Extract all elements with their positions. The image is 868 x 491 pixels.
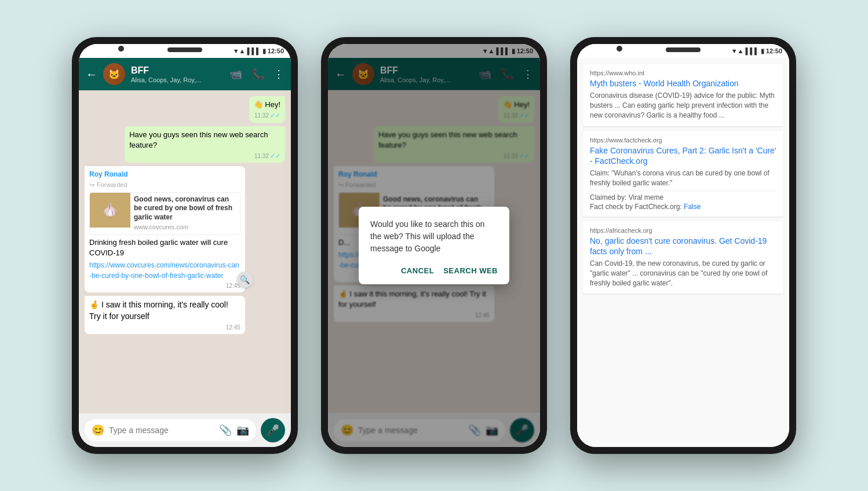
bubble-time-roy-1: 12:45 — [89, 282, 240, 290]
result-snippet-1: Coronavirus disease (COVID-19) advice fo… — [590, 91, 776, 120]
battery-icon-3: ▮ — [761, 47, 764, 55]
phone-speaker-1 — [167, 47, 202, 52]
chat-header-1: ← 🐱 BFF Alisa, Coops, Jay, Roy,... 📹 📞 ⋮ — [79, 58, 291, 90]
result-title-3[interactable]: No, garlic doesn't cure coronavirus. Get… — [590, 236, 776, 257]
avatar-1: 🐱 — [103, 63, 125, 85]
phone-3: ▼▲ ▌▌▌ ▮ 12:50 https://www.who.int Myth … — [570, 37, 796, 454]
message-row-hey-1: 👋 Hey! 11:32 ✓✓ — [85, 96, 285, 123]
chat-area-1: 👋 Hey! 11:32 ✓✓ Have you guys seen this … — [79, 90, 291, 413]
factcheck-link-2[interactable]: False — [684, 203, 701, 211]
forward-arrow-icon-1: ↪ — [89, 181, 94, 189]
check-marks-2: ✓✓ — [270, 152, 280, 160]
phone-2: ▼▲ ▌▌▌ ▮ 12:50 ← 🐱 BFF Alisa, Coops, Jay… — [321, 37, 547, 454]
bubble-time-search-1: 11:32 ✓✓ — [129, 152, 280, 160]
message-input-1[interactable] — [109, 426, 214, 435]
result-claimed-2: Claimed by: Viral meme — [590, 193, 776, 201]
header-action-icons-1: 📹 📞 ⋮ — [229, 68, 284, 80]
link-card-image-1: 🧄 — [90, 193, 130, 228]
battery-icon-1: ▮ — [262, 47, 266, 55]
time-1: 12:50 — [268, 47, 284, 54]
link-card-text-1: Good news, coronavirus can be cured by o… — [130, 193, 240, 234]
group-members-1: Alisa, Coops, Jay, Roy,... — [131, 76, 224, 83]
link-card-title-1: Good news, coronavirus can be cured by o… — [134, 195, 236, 222]
link-card-domain-1: www.covcures.com — [134, 223, 236, 232]
wifi-icon-3: ▼▲ — [731, 47, 744, 54]
result-url-1: https://www.who.int — [590, 69, 776, 76]
result-card-2[interactable]: https://www.factcheck.org Fake Coronavir… — [583, 131, 783, 217]
forwarded-label-1: ↪ Forwarded — [89, 181, 240, 189]
result-title-1[interactable]: Myth busters - World Health Organization — [590, 78, 776, 89]
result-factcheck-2: Fact check by FactCheck.org: False — [590, 203, 776, 211]
search-dialog: Would you like to search this on the web… — [359, 207, 509, 284]
msg-text-cool-1: 🤞 I saw it this morning, it's really coo… — [89, 299, 240, 322]
link-url-1[interactable]: https://www.covcures.com/news/coronaviru… — [89, 261, 239, 280]
group-name-1: BFF — [131, 65, 224, 76]
header-info-1: BFF Alisa, Coops, Jay, Roy,... — [131, 65, 224, 83]
result-snippet-2: Claim: "Wuhan's corona virus can be cure… — [590, 168, 776, 188]
camera-icon-1[interactable]: 📷 — [236, 424, 249, 437]
message-row-search-q-1: Have you guys seen this new web search f… — [85, 126, 285, 163]
input-wrap-1: 😊 📎 📷 — [85, 419, 256, 441]
signal-icon-1: ▌▌▌ — [247, 47, 260, 54]
bubble-hey-1: 👋 Hey! 11:32 ✓✓ — [249, 96, 285, 123]
msg-body-text-1: Drinking fresh boiled garlic water will … — [89, 237, 240, 258]
check-marks-1: ✓✓ — [270, 111, 280, 120]
result-divider-2 — [590, 190, 776, 191]
bubble-search-q-1: Have you guys seen this new web search f… — [125, 126, 285, 163]
wifi-icon-1: ▼▲ — [233, 47, 246, 54]
message-row-roy-1: Roy Ronald ↪ Forwarded 🧄 Good news, coro… — [85, 166, 285, 292]
status-icons-3: ▼▲ ▌▌▌ ▮ 12:50 — [731, 47, 782, 55]
cancel-button[interactable]: CANCEL — [401, 264, 434, 277]
more-options-icon-1[interactable]: ⋮ — [273, 68, 284, 80]
bubble-time-hey-1: 11:32 ✓✓ — [254, 111, 280, 120]
msg-text-hey-1: 👋 Hey! — [254, 100, 280, 110]
call-icon-1[interactable]: 📞 — [251, 68, 264, 80]
sender-name-1: Roy Ronald — [89, 170, 240, 179]
result-url-3: https://africacheck.org — [590, 227, 776, 234]
back-button-1[interactable]: ← — [86, 68, 97, 81]
link-card-1: 🧄 Good news, coronavirus can be cured by… — [89, 192, 240, 235]
search-web-button[interactable]: SEARCH WEB — [443, 264, 498, 277]
phone-camera-3 — [617, 46, 622, 52]
emoji-icon-1[interactable]: 😊 — [92, 424, 104, 437]
phone-1: ▼▲ ▌▌▌ ▮ 12:50 ← 🐱 BFF Alisa, Coops, Jay… — [72, 37, 298, 454]
input-bar-1: 😊 📎 📷 🎤 — [79, 413, 291, 447]
result-url-2: https://www.factcheck.org — [590, 137, 776, 144]
mic-button-1[interactable]: 🎤 — [261, 418, 285, 442]
bubble-time-cool-1: 12:45 — [89, 324, 240, 332]
status-icons-1: ▼▲ ▌▌▌ ▮ 12:50 — [233, 47, 284, 55]
message-row-cool-1: 🤞 I saw it this morning, it's really coo… — [85, 296, 285, 334]
search-results-area: https://www.who.int Myth busters - World… — [577, 58, 789, 447]
result-title-2[interactable]: Fake Coronavirus Cures, Part 2: Garlic I… — [590, 145, 776, 166]
signal-icon-3: ▌▌▌ — [745, 47, 758, 54]
result-card-1[interactable]: https://www.who.int Myth busters - World… — [583, 64, 783, 126]
search-web-button-1[interactable]: 🔍 — [237, 272, 253, 288]
result-snippet-3: Can Covid-19, the new coronavirus, be cu… — [590, 259, 776, 288]
attach-icon-1[interactable]: 📎 — [219, 424, 232, 437]
dialog-actions: CANCEL SEARCH WEB — [370, 264, 498, 277]
dialog-overlay: Would you like to search this on the web… — [328, 44, 540, 447]
link-card-inner-1: 🧄 Good news, coronavirus can be cured by… — [90, 193, 240, 234]
time-3: 12:50 — [766, 47, 782, 54]
msg-text-search-1: Have you guys seen this new web search f… — [129, 130, 280, 151]
result-card-3[interactable]: https://africacheck.org No, garlic doesn… — [583, 221, 783, 294]
video-call-icon-1[interactable]: 📹 — [229, 68, 242, 80]
dialog-text: Would you like to search this on the web… — [370, 218, 498, 255]
bubble-roy-1: Roy Ronald ↪ Forwarded 🧄 Good news, coro… — [85, 166, 245, 292]
bubble-cool-1: 🤞 I saw it this morning, it's really coo… — [85, 296, 245, 334]
phone-speaker-3 — [666, 47, 701, 52]
phone-camera-1 — [118, 46, 124, 52]
